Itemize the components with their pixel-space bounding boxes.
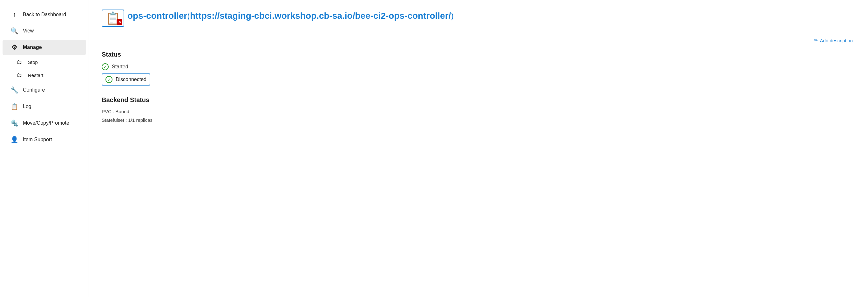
status-disconnected: ✓ Disconnected (102, 73, 150, 86)
edit-icon: ✏ (814, 37, 818, 43)
status-started: ✓ Started (102, 63, 855, 70)
stop-icon: 🗂 (15, 59, 24, 65)
sidebar-item-log[interactable]: 📋 Log (3, 99, 86, 114)
statefulset-status: Statefulset : 1/1 replicas (102, 117, 855, 123)
sidebar-item-restart[interactable]: 🗂 Restart (0, 69, 89, 82)
main-content: 📋 ✕ ops-controller(https://staging-cbci.… (89, 0, 868, 297)
sidebar-item-manage-label: Manage (23, 44, 42, 50)
sidebar-item-support-label: Item Support (23, 137, 52, 143)
sidebar-item-configure-label: Configure (23, 87, 45, 93)
add-description-button[interactable]: ✏ Add description (811, 36, 855, 44)
backend-status-title: Backend Status (102, 96, 855, 104)
sidebar-item-support[interactable]: 👤 Item Support (3, 132, 86, 147)
status-section-title: Status (102, 51, 855, 58)
add-description-label: Add description (820, 38, 853, 43)
sidebar-item-view-label: View (23, 28, 34, 34)
sidebar-item-configure[interactable]: 🔧 Configure (3, 82, 86, 98)
back-icon: ↑ (10, 11, 19, 18)
started-label: Started (112, 64, 128, 70)
sidebar-item-back-label: Back to Dashboard (23, 12, 66, 18)
controller-url-link[interactable]: https://staging-cbci.workshop.cb-sa.io/b… (190, 11, 451, 21)
controller-header: 📋 ✕ ops-controller(https://staging-cbci.… (102, 9, 855, 27)
add-description-row: ✏ Add description (102, 36, 855, 44)
gear-icon: ⚙ (10, 43, 19, 51)
controller-title-area: ops-controller(https://staging-cbci.work… (127, 9, 454, 22)
disconnected-label: Disconnected (116, 77, 147, 82)
sidebar-item-back[interactable]: ↑ Back to Dashboard (3, 7, 86, 22)
sidebar-item-move-label: Move/Copy/Promote (23, 120, 69, 126)
sidebar-item-view[interactable]: 🔍 View (3, 23, 86, 38)
controller-icon-box: 📋 ✕ (102, 9, 124, 27)
controller-name-link[interactable]: ops-controller (127, 11, 187, 21)
support-icon: 👤 (10, 136, 19, 143)
started-check-icon: ✓ (102, 63, 108, 70)
sidebar-item-manage[interactable]: ⚙ Manage (3, 40, 86, 55)
move-icon: 🔩 (10, 119, 19, 127)
disconnected-check-icon: ✓ (105, 76, 113, 83)
backend-status-section: Backend Status PVC : Bound Statefulset :… (102, 96, 855, 123)
sidebar-item-stop[interactable]: 🗂 Stop (0, 56, 89, 69)
sidebar-item-restart-label: Restart (28, 72, 43, 78)
controller-error-badge: ✕ (117, 19, 122, 25)
sidebar-item-log-label: Log (23, 104, 31, 109)
restart-icon: 🗂 (15, 72, 24, 79)
log-icon: 📋 (10, 103, 19, 110)
search-icon: 🔍 (10, 27, 19, 35)
configure-icon: 🔧 (10, 86, 19, 94)
sidebar: ↑ Back to Dashboard 🔍 View ⚙ Manage 🗂 St… (0, 0, 89, 297)
sidebar-item-move[interactable]: 🔩 Move/Copy/Promote (3, 115, 86, 131)
sidebar-item-stop-label: Stop (28, 59, 38, 65)
pvc-status: PVC : Bound (102, 109, 855, 114)
controller-url: (https://staging-cbci.workshop.cb-sa.io/… (187, 11, 454, 21)
